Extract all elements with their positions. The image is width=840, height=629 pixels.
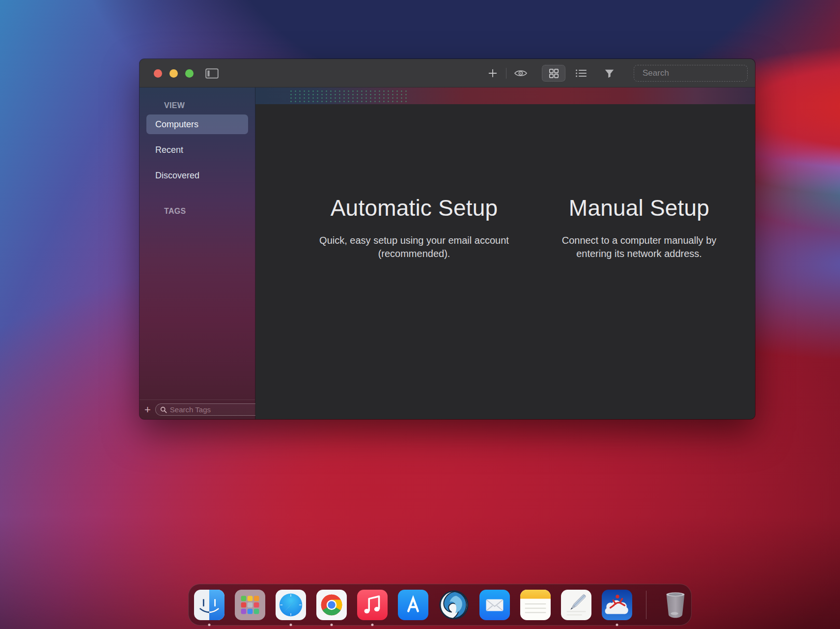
sidebar-item-computers[interactable]: Computers xyxy=(146,114,248,134)
dock-icon-app-store[interactable] xyxy=(398,590,428,620)
filter-funnel-icon[interactable] xyxy=(602,67,616,79)
running-indicator xyxy=(331,624,333,626)
sidebar-item-label: Computers xyxy=(155,119,198,130)
running-indicator xyxy=(290,624,292,626)
minimize-button[interactable] xyxy=(169,69,178,78)
sidebar-toggle-icon[interactable] xyxy=(205,68,219,79)
running-indicator xyxy=(616,624,618,626)
grid-view-button[interactable] xyxy=(542,65,565,82)
dock-icon-mail[interactable] xyxy=(479,590,510,620)
tag-search-field[interactable] xyxy=(155,403,273,416)
dock-icon-chrome[interactable] xyxy=(316,590,347,620)
preview-eye-icon[interactable] xyxy=(514,67,528,79)
sidebar-section-view: VIEW xyxy=(164,101,185,110)
manual-setup-title: Manual Setup xyxy=(532,195,747,221)
dock-icon-music[interactable] xyxy=(357,590,388,620)
sidebar-item-recent[interactable]: Recent xyxy=(146,140,248,160)
dock-icon-screens[interactable] xyxy=(439,590,469,620)
dock-separator xyxy=(646,591,646,619)
sidebar-item-label: Recent xyxy=(155,145,183,155)
sidebar-footer: + xyxy=(140,400,255,419)
sidebar-item-discovered[interactable]: Discovered xyxy=(146,166,248,185)
window-titlebar[interactable] xyxy=(140,59,755,87)
toolbar-divider xyxy=(506,68,506,79)
dock-icon-jump-desktop[interactable] xyxy=(602,590,632,620)
main-content: Automatic Setup Quick, easy setup using … xyxy=(255,87,755,419)
content-header-band xyxy=(255,87,755,104)
add-tag-button[interactable]: + xyxy=(144,404,151,415)
automatic-setup-card[interactable]: Automatic Setup Quick, easy setup using … xyxy=(302,195,527,260)
tag-search-input[interactable] xyxy=(170,405,268,414)
band-speckles xyxy=(289,89,409,103)
dock xyxy=(188,584,692,626)
dock-icon-pages[interactable] xyxy=(561,590,591,620)
running-indicator xyxy=(208,624,211,626)
toolbar-search-field[interactable] xyxy=(634,65,748,82)
sidebar-section-tags: TAGS xyxy=(164,207,186,216)
manual-setup-card[interactable]: Manual Setup Connect to a computer manua… xyxy=(527,195,752,260)
zoom-button[interactable] xyxy=(185,69,194,78)
dock-icon-finder[interactable] xyxy=(194,590,224,620)
manual-setup-description: Connect to a computer manually by enteri… xyxy=(553,234,725,260)
dock-icon-notes[interactable] xyxy=(520,590,551,620)
close-button[interactable] xyxy=(154,69,162,78)
search-input[interactable] xyxy=(643,68,751,78)
automatic-setup-description: Quick, easy setup using your email accou… xyxy=(311,234,517,260)
dock-icon-trash[interactable] xyxy=(660,590,691,620)
dock-icon-launchpad[interactable] xyxy=(235,590,265,620)
desktop-wallpaper: VIEW Computers Recent Discovered TAGS + xyxy=(0,0,840,629)
sidebar: VIEW Computers Recent Discovered TAGS + xyxy=(140,87,255,419)
automatic-setup-title: Automatic Setup xyxy=(307,195,522,221)
dock-icon-safari[interactable] xyxy=(276,590,306,620)
search-icon xyxy=(160,406,167,413)
list-view-button[interactable] xyxy=(574,67,588,79)
app-window: VIEW Computers Recent Discovered TAGS + xyxy=(140,59,755,419)
sidebar-item-label: Discovered xyxy=(155,171,199,181)
running-indicator xyxy=(371,624,374,626)
add-computer-button[interactable] xyxy=(486,67,500,79)
